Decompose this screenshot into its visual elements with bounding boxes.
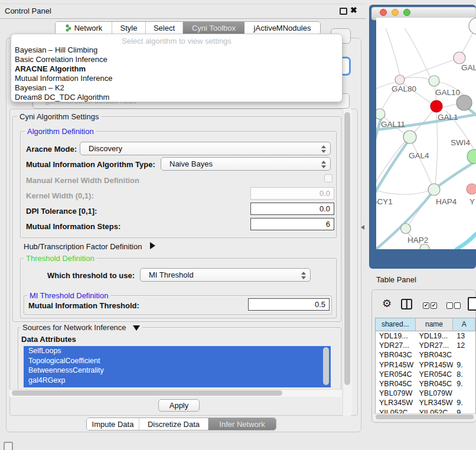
combo-stepper-icon [321,160,326,168]
threshold-definition-title: Threshold Definition [24,254,97,263]
tab-style[interactable]: Style [112,22,146,34]
mi-algorithm-type-label: Mutual Information Algorithm Type: [26,160,155,169]
algorithm-dropdown-placeholder: Select algorithm to view settings [11,37,342,45]
tab-discretize-data[interactable]: Discretize Data [139,418,208,430]
network-node-label: HAP2 [407,236,428,244]
attribute-list-item[interactable]: TopologicalCoefficient [24,356,331,366]
network-node-gal80[interactable] [395,75,405,84]
close-icon[interactable]: ✖ [350,5,357,15]
aracne-mode-combo[interactable]: Discovery [80,142,331,155]
apply-button[interactable]: Apply [158,399,200,412]
control-panel-tab-bar: NetworkStyleSelectCyni ToolboxjActiveMNo… [55,21,321,35]
mi-steps-field[interactable]: 6 [250,218,334,230]
columns-icon[interactable] [401,299,412,309]
checked-checkbox-icon[interactable]: ✔ [423,302,429,309]
attribute-list-item[interactable]: BetweennessCentrality [24,366,331,376]
kernel-width-field[interactable]: 0.0 [250,187,334,200]
attribute-list-item[interactable]: SelfLoops [24,346,331,356]
unchecked-checkbox-icon[interactable] [446,302,453,309]
tab-cyni-toolbox[interactable]: Cyni Toolbox [183,22,244,34]
table-row[interactable]: YBL079WYBL079W [376,389,475,398]
algorithm-option[interactable]: Basic Correlation Inference [15,55,340,64]
aracne-mode-label: Aracne Mode: [26,145,77,154]
mi-algorithm-type-combo[interactable]: Naive Bayes [161,157,331,171]
table-row[interactable]: YDL19...YDL19...13 [376,331,475,341]
tab-select[interactable]: Select [146,22,183,34]
manual-kernel-width-label: Manual Kernel Width Definition [26,176,139,185]
network-node-hap2[interactable] [401,224,411,234]
table-column-header[interactable]: A [453,318,475,331]
bottom-tab-bar: Impute DataDiscretize DataInfer Network [86,418,276,431]
traffic-light-minimize-icon[interactable] [392,9,399,16]
table-column-header[interactable]: shared... [376,318,416,331]
dpi-tolerance-field[interactable]: 0.0 [250,203,334,215]
mini-panel-icon[interactable] [4,442,13,450]
settings-hscrollbar-thumb[interactable] [12,390,282,396]
which-threshold-combo[interactable]: MI Threshold [140,268,311,282]
table-row[interactable]: YDR27...YDR27...12 [376,341,475,350]
control-panel-titlebar [0,4,366,19]
table-row[interactable]: YBR045CYBR045C9. [376,379,475,389]
unchecked-checkbox-icon[interactable] [454,302,461,309]
network-node-label: Y [470,197,475,206]
network-node-label: GAL1 [438,113,458,122]
mi-threshold-label: Mutual Information Threshold: [28,301,139,310]
algorithm-option[interactable]: ARACNE Algorithm [15,64,340,74]
tab-impute-data[interactable]: Impute Data [87,418,139,430]
network-node-gal10[interactable] [429,76,439,86]
algorithm-dropdown-popup: Select algorithm to view settings Bayesi… [11,34,343,102]
expand-right-icon [150,242,155,249]
combo-stepper-icon [321,145,326,153]
network-node-label: GAL10 [435,88,460,97]
network-node-label: GAL4 [409,151,429,160]
attribute-list-item[interactable]: gal4RGexp [24,376,331,386]
mi-threshold-definition-title: MI Threshold Definition [27,291,110,300]
dpi-tolerance-label: DPI Tolerance [0,1]: [26,207,97,216]
manual-kernel-width-checkbox[interactable] [324,174,332,182]
network-node-y[interactable] [467,184,476,194]
data-attributes-label: Data Attributes [21,335,76,344]
settings-vscrollbar-thumb[interactable] [344,112,350,385]
table-column-header[interactable]: name [416,318,454,331]
table-panel-title: Table Panel [376,275,416,284]
table-row[interactable]: YLR345WYLR345W9. [376,398,475,407]
algorithm-option[interactable]: Mutual Information Inference [15,74,340,83]
gear-icon[interactable]: ⚙ [382,297,392,310]
network-icon [65,24,72,32]
table-row[interactable]: YIL052CYIL052C9. [376,408,475,414]
traffic-light-close-icon[interactable] [380,9,387,16]
network-node[interactable] [457,95,472,110]
panel-splitter-handle[interactable] [361,225,364,230]
sources-expander[interactable]: Sources for Network Inference [20,323,142,332]
tab-jactivemnodules[interactable]: jActiveMNodules [244,22,320,34]
tab-network[interactable]: Network [56,22,112,34]
mi-threshold-field[interactable]: 0.5 [248,298,330,311]
tab-infer-network[interactable]: Infer Network [208,418,276,430]
hub-definition-expander[interactable]: Hub/Transcription Factor Definition [24,242,155,251]
algorithm-option[interactable]: Bayesian – K2 [15,83,340,93]
table-hscrollbar-thumb[interactable] [376,415,474,419]
traffic-light-zoom-icon[interactable] [404,9,410,16]
algorithm-definition-title: Algorithm Definition [25,127,96,136]
algorithm-option[interactable]: Bayesian – Hill Climbing [15,45,340,55]
algorithm-option[interactable]: Dream8 DC_TDC Algorithm [15,93,340,102]
table-row[interactable]: YPR145WYPR145W9. [376,360,475,370]
network-node-gal4[interactable] [403,131,416,144]
page-icon[interactable] [468,297,476,311]
network-node-gal1[interactable] [431,100,442,112]
combo-stepper-icon [301,271,306,279]
table-row[interactable]: YER054CYER054C8. [376,370,475,379]
network-view-window[interactable]: GALGAL80GAL10GAL1GAL11GAL4SWI4GCY1HAP4YH… [369,5,476,269]
checked-checkbox-icon[interactable]: ✔ [431,302,437,309]
data-attributes-list[interactable]: SelfLoopsTopologicalCoefficientBetweenne… [24,346,331,387]
control-panel-title: Control Panel [5,6,51,15]
network-node-label: GAL [461,63,476,72]
network-node-gal[interactable] [454,52,465,64]
float-window-icon[interactable] [340,8,347,15]
network-node-hap4[interactable] [428,184,440,195]
network-node-label: SWI4 [451,138,470,147]
attr-list-scrollbar-thumb[interactable] [323,347,329,385]
mi-steps-label: Mutual Information Steps: [26,222,120,231]
table-header-row: shared...nameA [376,318,475,331]
table-row[interactable]: YBR043CYBR043C [376,350,475,360]
